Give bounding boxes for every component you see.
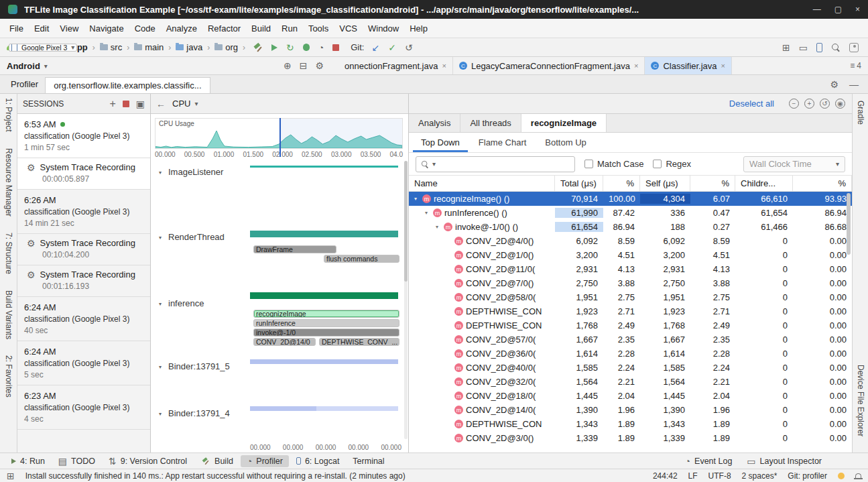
trace-event[interactable]: runInference: [253, 319, 399, 327]
column-header[interactable]: Childre...: [735, 176, 793, 191]
breadcrumb-src[interactable]: src: [100, 42, 122, 52]
table-row[interactable]: CONV_2D@1/0() 3,200 4.51 3,200 4.51 0 0.…: [409, 248, 852, 262]
back-button[interactable]: ←: [156, 99, 166, 109]
toolwindow-run[interactable]: 4: Run: [5, 455, 51, 467]
toolwindow-profiler[interactable]: ◔Profiler: [241, 455, 289, 467]
profile-avatar-icon[interactable]: [849, 43, 859, 52]
search-everywhere-icon[interactable]: [831, 43, 841, 52]
session-entry[interactable]: 6:24 AM classification (Google Pixel 3) …: [17, 297, 150, 341]
stop-button[interactable]: [332, 44, 339, 51]
trace-event[interactable]: CONV_2D@14/0: [253, 338, 316, 346]
table-row[interactable]: DEPTHWISE_CON 1,768 2.49 1,768 2.49 0 0.…: [409, 318, 852, 333]
apply-changes-icon[interactable]: ↻: [286, 43, 294, 52]
menu-item[interactable]: Code: [129, 21, 161, 36]
expand-arrow-icon[interactable]: ▾: [412, 196, 420, 202]
zoom-in-icon[interactable]: +: [804, 99, 814, 109]
stop-session-icon[interactable]: [123, 101, 129, 107]
column-header[interactable]: Total (μs): [555, 176, 603, 191]
close-tab-icon[interactable]: ×: [721, 62, 725, 70]
debug-button[interactable]: [303, 44, 310, 51]
table-row[interactable]: CONV_2D@57/0( 1,667 2.35 1,667 2.35 0 0.…: [409, 333, 852, 347]
zoom-to-selection-icon[interactable]: ◉: [835, 99, 845, 109]
deselect-all-link[interactable]: Deselect all: [729, 99, 774, 109]
collapse-thread-icon[interactable]: ▾: [159, 411, 162, 417]
toolwindow-terminal[interactable]: Terminal: [347, 455, 390, 467]
trace-event[interactable]: flush commands: [324, 255, 399, 263]
collapse-thread-icon[interactable]: ▾: [159, 301, 162, 307]
sidebar-item-build-variants[interactable]: Build Variants: [4, 290, 13, 339]
sidebar-item-structure[interactable]: 7: Structure: [4, 233, 13, 274]
zoom-out-icon[interactable]: −: [789, 99, 799, 109]
trace-event[interactable]: invoke@-1/0: [253, 328, 399, 337]
tool-window-quick-access-icon[interactable]: ⊞: [7, 471, 15, 481]
trace-event[interactable]: DEPTHWISE_CONV_...: [319, 338, 399, 346]
profiler-type-dropdown[interactable]: CPU▾: [172, 99, 198, 109]
table-row[interactable]: CONV_2D@18/0( 1,445 2.04 1,445 2.04 0 0.…: [409, 389, 852, 403]
session-entry[interactable]: 6:53 AM classification (Google Pixel 3) …: [17, 114, 150, 158]
menu-item[interactable]: VCS: [334, 21, 363, 36]
close-tab-icon[interactable]: ×: [442, 62, 446, 70]
thread-name[interactable]: Binder:13791_4: [168, 408, 230, 418]
menu-item[interactable]: View: [54, 21, 84, 36]
table-row[interactable]: DEPTHWISE_CON 1,923 2.71 1,923 2.71 0 0.…: [409, 304, 852, 318]
toolwindow-logcat[interactable]: 6: Logcat: [290, 455, 345, 467]
filter-search-box[interactable]: ▾: [416, 156, 575, 172]
profile-button[interactable]: ◔: [318, 43, 324, 52]
menu-item[interactable]: Refactor: [202, 21, 246, 36]
column-header[interactable]: Name: [409, 176, 555, 191]
regex-checkbox[interactable]: Regex: [653, 159, 691, 169]
run-button[interactable]: [271, 44, 277, 51]
sidebar-item-project[interactable]: 1: Project: [4, 98, 13, 132]
project-view-selector[interactable]: Android: [7, 61, 40, 71]
table-row[interactable]: CONV_2D@3/0() 1,339 1.89 1,339 1.89 0 0.…: [409, 431, 852, 445]
tab-analysis[interactable]: Analysis: [409, 114, 460, 132]
breadcrumb-org[interactable]: org: [214, 42, 238, 52]
profiler-tool-label[interactable]: Profiler: [4, 75, 45, 93]
breadcrumb-java[interactable]: java: [176, 42, 202, 52]
table-row[interactable]: CONV_2D@7/0() 2,750 3.88 2,750 3.88 0 0.…: [409, 276, 852, 290]
git-commit-icon[interactable]: ✓: [388, 43, 396, 52]
line-ending[interactable]: LF: [688, 471, 698, 481]
table-row[interactable]: CONV_2D@36/0( 1,614 2.28 1,614 2.28 0 0.…: [409, 347, 852, 361]
sidebar-item-resource-manager[interactable]: Resource Manager: [4, 148, 13, 217]
tab-bottom-up[interactable]: Bottom Up: [537, 133, 594, 152]
profiler-settings-icon[interactable]: ⚙: [830, 80, 839, 89]
tab-all-threads[interactable]: All threads: [460, 114, 521, 132]
toolwindow-build[interactable]: Build: [194, 455, 239, 467]
collapse-thread-icon[interactable]: ▾: [159, 364, 162, 370]
toolwindow-layout-inspector[interactable]: ▭Layout Inspector: [741, 455, 828, 467]
timeline-cursor[interactable]: [280, 118, 281, 157]
collapse-thread-icon[interactable]: ▾: [159, 170, 162, 176]
menu-item[interactable]: Build: [246, 21, 276, 36]
match-case-checkbox[interactable]: Match Case: [584, 159, 643, 169]
git-branch[interactable]: Git: profiler: [788, 471, 827, 481]
tab-top-down[interactable]: Top Down: [413, 133, 468, 152]
device-dropdown[interactable]: Google Pixel 3▾: [9, 44, 77, 52]
breadcrumb-main[interactable]: main: [134, 42, 164, 52]
settings-gear-icon[interactable]: ⚙: [315, 61, 324, 70]
expand-arrow-icon[interactable]: ▾: [422, 210, 430, 216]
collapse-thread-icon[interactable]: ▾: [159, 235, 162, 241]
editor-tab-active[interactable]: Classifier.java×: [645, 57, 732, 74]
table-row[interactable]: ▾ runInference() () 61,990 87.42 336 0.4…: [409, 206, 852, 220]
notifications-bell-icon[interactable]: [855, 473, 861, 479]
table-row[interactable]: CONV_2D@58/0( 1,951 2.75 1,951 2.75 0 0.…: [409, 290, 852, 304]
menu-item[interactable]: Help: [404, 21, 433, 36]
column-header[interactable]: %: [690, 176, 735, 191]
editor-tab[interactable]: LegacyCameraConnectionFragment.java×: [453, 57, 645, 74]
device-manager-icon[interactable]: [816, 43, 822, 52]
toolwindow-version-control[interactable]: ⇅9: Version Control: [103, 455, 193, 467]
sidebar-item-favorites[interactable]: 2: Favorites: [4, 355, 13, 398]
session-entry[interactable]: 6:24 AM classification (Google Pixel 3) …: [17, 341, 150, 385]
git-history-icon[interactable]: ↺: [405, 43, 413, 52]
close-button[interactable]: ×: [855, 5, 860, 14]
expand-sessions-icon[interactable]: ▣: [136, 99, 145, 109]
menu-item[interactable]: Edit: [29, 21, 54, 36]
table-row[interactable]: CONV_2D@4/0() 6,092 8.59 6,092 8.59 0 0.…: [409, 234, 852, 248]
close-tab-icon[interactable]: ×: [634, 62, 638, 70]
recording-entry[interactable]: ⚙System Trace Recording 00:00:05.897: [17, 158, 150, 190]
session-entry[interactable]: 6:26 AM classification (Google Pixel 3) …: [17, 190, 150, 234]
menu-item[interactable]: Navigate: [84, 21, 129, 36]
add-session-icon[interactable]: +: [109, 99, 115, 109]
menu-item[interactable]: Run: [276, 21, 303, 36]
